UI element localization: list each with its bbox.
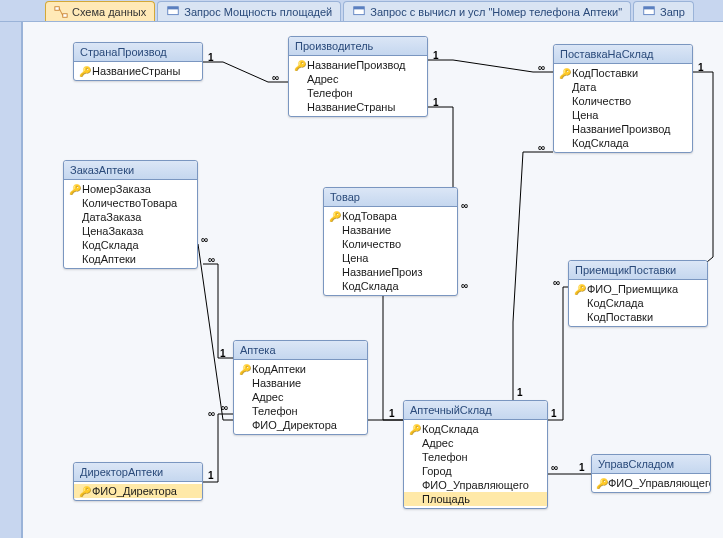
entity-direktor[interactable]: ДиректорАптеки🔑ФИО_Директора	[73, 462, 203, 501]
field-row[interactable]: 🔑НомерЗаказа	[64, 182, 197, 196]
field-row[interactable]: Телефон	[404, 450, 547, 464]
field-row[interactable]: НазваниеПроиз	[324, 265, 457, 279]
field-row[interactable]: Количество	[554, 94, 692, 108]
field-row[interactable]: КодАптеки	[64, 252, 197, 266]
entity-title[interactable]: УправСкладом	[592, 455, 710, 474]
field-name: КодСклада	[572, 137, 629, 149]
entity-title[interactable]: АптечныйСклад	[404, 401, 547, 420]
field-name: КодСклада	[82, 239, 139, 251]
field-name: Количество	[342, 238, 401, 250]
tab-query-3[interactable]: Запр	[633, 1, 694, 21]
tab-query-2[interactable]: Запрос с вычисл и усл "Номер телефона Ап…	[343, 1, 631, 21]
field-row[interactable]: ДатаЗаказа	[64, 210, 197, 224]
tab-label: Запр	[660, 6, 685, 18]
entity-field-list: 🔑ФИО_Директора	[74, 482, 202, 500]
entity-title[interactable]: ЗаказАптеки	[64, 161, 197, 180]
tab-query-1[interactable]: Запрос Мощность площадей	[157, 1, 341, 21]
field-name: Название	[252, 377, 301, 389]
field-row[interactable]: Цена	[324, 251, 457, 265]
field-name: НазваниеПроизвод	[307, 59, 406, 71]
entity-tovar[interactable]: Товар🔑КодТовараНазваниеКоличествоЦенаНаз…	[323, 187, 458, 296]
field-row[interactable]: НазваниеСтраны	[289, 100, 427, 114]
entity-sklad[interactable]: АптечныйСклад🔑КодСкладаАдресТелефонГород…	[403, 400, 548, 509]
entity-zakaz[interactable]: ЗаказАптеки🔑НомерЗаказаКоличествоТовараД…	[63, 160, 198, 269]
field-row[interactable]: ЦенаЗаказа	[64, 224, 197, 238]
field-row[interactable]: 🔑ФИО_Управляющего	[592, 476, 710, 490]
field-row[interactable]: 🔑ФИО_Директора	[74, 484, 202, 498]
left-gutter	[0, 22, 22, 538]
entity-strana[interactable]: СтранаПроизвод🔑НазваниеСтраны	[73, 42, 203, 81]
cardinality-one: 1	[220, 348, 226, 359]
field-row[interactable]: Город	[404, 464, 547, 478]
field-name: Адрес	[422, 437, 454, 449]
cardinality-many: ∞	[461, 280, 468, 291]
entity-proizvoditel[interactable]: Производитель🔑НазваниеПроизводАдресТелеф…	[288, 36, 428, 117]
field-row[interactable]: 🔑КодАптеки	[234, 362, 367, 376]
entity-title[interactable]: СтранаПроизвод	[74, 43, 202, 62]
field-name: Площадь	[422, 493, 470, 505]
field-row[interactable]: Дата	[554, 80, 692, 94]
field-row[interactable]: Адрес	[289, 72, 427, 86]
field-row[interactable]: 🔑НазваниеПроизвод	[289, 58, 427, 72]
entity-title[interactable]: Товар	[324, 188, 457, 207]
field-row[interactable]: КодСклада	[569, 296, 707, 310]
entity-field-list: 🔑ФИО_ПриемщикаКодСкладаКодПоставки	[569, 280, 707, 326]
field-name: Телефон	[307, 87, 353, 99]
field-name: КодТовара	[342, 210, 397, 222]
field-row[interactable]: КодСклада	[64, 238, 197, 252]
svg-rect-7	[644, 6, 655, 9]
field-row[interactable]: ФИО_Управляющего	[404, 478, 547, 492]
svg-rect-5	[354, 6, 365, 9]
entity-title[interactable]: ПриемщикПоставки	[569, 261, 707, 280]
field-row[interactable]: Адрес	[234, 390, 367, 404]
cardinality-many: ∞	[538, 62, 545, 73]
field-row[interactable]: 🔑НазваниеСтраны	[74, 64, 202, 78]
field-row[interactable]: Название	[234, 376, 367, 390]
field-name: НазваниеСтраны	[92, 65, 180, 77]
entity-uprav[interactable]: УправСкладом🔑ФИО_Управляющего	[591, 454, 711, 493]
field-name: НазваниеПроиз	[342, 266, 423, 278]
relationships-canvas[interactable]: 1 ∞ 1 ∞ 1 ∞ 1 ∞ 1 ∞ 1 ∞ 1 ∞ ∞ ∞ ∞ 1 1 ∞ …	[22, 22, 723, 538]
field-name: Город	[422, 465, 452, 477]
entity-title[interactable]: Производитель	[289, 37, 427, 56]
field-name: Адрес	[252, 391, 284, 403]
svg-rect-1	[63, 13, 67, 17]
field-row[interactable]: Телефон	[289, 86, 427, 100]
entity-title[interactable]: Аптека	[234, 341, 367, 360]
field-row[interactable]: 🔑ФИО_Приемщика	[569, 282, 707, 296]
field-row[interactable]: Цена	[554, 108, 692, 122]
entity-title[interactable]: ПоставкаНаСклад	[554, 45, 692, 64]
cardinality-many: ∞	[551, 462, 558, 473]
field-row[interactable]: 🔑КодТовара	[324, 209, 457, 223]
field-name: НазваниеПроизвод	[572, 123, 671, 135]
tab-schema[interactable]: Схема данных	[45, 1, 155, 21]
field-row[interactable]: 🔑КодПоставки	[554, 66, 692, 80]
field-name: ФИО_Приемщика	[587, 283, 678, 295]
field-row[interactable]: НазваниеПроизвод	[554, 122, 692, 136]
field-row[interactable]: Адрес	[404, 436, 547, 450]
field-row[interactable]: КодПоставки	[569, 310, 707, 324]
tab-bar: Схема данных Запрос Мощность площадей За…	[0, 0, 723, 22]
field-row[interactable]: 🔑КодСклада	[404, 422, 547, 436]
entity-postavka[interactable]: ПоставкаНаСклад🔑КодПоставкиДатаКоличеств…	[553, 44, 693, 153]
field-row[interactable]: КодСклада	[324, 279, 457, 293]
field-name: Дата	[572, 81, 596, 93]
cardinality-one: 1	[433, 50, 439, 61]
query-icon	[642, 5, 656, 19]
entity-field-list: 🔑НазваниеПроизводАдресТелефонНазваниеСтр…	[289, 56, 427, 116]
field-row[interactable]: КодСклада	[554, 136, 692, 150]
entity-field-list: 🔑ФИО_Управляющего	[592, 474, 710, 492]
field-row[interactable]: КоличествоТовара	[64, 196, 197, 210]
field-row[interactable]: Телефон	[234, 404, 367, 418]
field-row[interactable]: Название	[324, 223, 457, 237]
field-row[interactable]: Площадь	[404, 492, 547, 506]
entity-field-list: 🔑КодТовараНазваниеКоличествоЦенаНазвание…	[324, 207, 457, 295]
field-row[interactable]: ФИО_Директора	[234, 418, 367, 432]
entity-title[interactable]: ДиректорАптеки	[74, 463, 202, 482]
entity-apteka[interactable]: Аптека🔑КодАптекиНазваниеАдресТелефонФИО_…	[233, 340, 368, 435]
entity-priemshik[interactable]: ПриемщикПоставки🔑ФИО_ПриемщикаКодСкладаК…	[568, 260, 708, 327]
field-name: ФИО_Управляющего	[422, 479, 529, 491]
tab-label: Запрос Мощность площадей	[184, 6, 332, 18]
field-row[interactable]: Количество	[324, 237, 457, 251]
cardinality-one: 1	[517, 387, 523, 398]
